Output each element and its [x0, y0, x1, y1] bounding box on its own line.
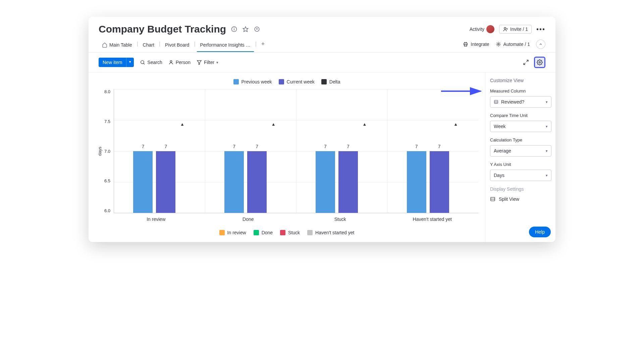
y-axis-label: days — [95, 134, 102, 168]
automate-button[interactable]: Automate / 1 — [495, 41, 530, 47]
automate-icon — [495, 41, 501, 47]
help-button[interactable]: Help — [529, 227, 551, 237]
bar-group-stuck: 7 7 ▲ — [297, 89, 388, 213]
bar-curr[interactable]: 7 — [430, 151, 449, 213]
activity-label: Activity — [470, 26, 484, 32]
add-tab-button[interactable]: + — [258, 41, 268, 52]
bar-curr[interactable]: 7 — [156, 151, 175, 213]
chevron-down-icon: ▾ — [216, 60, 218, 65]
svg-line-15 — [527, 60, 528, 62]
yaxis-unit-select[interactable]: Days ▾ — [490, 170, 551, 181]
legend-status: In review Done Stuck Haven't started yet — [95, 222, 478, 235]
customize-title: Customize View — [490, 78, 551, 83]
bar-group-havent-started: 7 7 ▲ — [387, 89, 478, 213]
board-card: Company Budget Tracking Activity Invite … — [89, 17, 555, 242]
delta-marker: ▲ — [361, 122, 368, 127]
chevron-down-icon: ▾ — [546, 100, 548, 104]
tabs-row: Main Table | Chart | Pivot Board | Perfo… — [89, 35, 555, 53]
svg-point-7 — [504, 27, 506, 29]
y-ticks: 8.0 7.5 7.0 6.5 6.0 — [102, 89, 114, 213]
tab-performance-insights[interactable]: Performance Insights … — [197, 40, 254, 52]
star-icon[interactable] — [242, 26, 249, 33]
calc-type-label: Calculation Type — [490, 137, 551, 142]
invite-label: Invite / 1 — [510, 26, 528, 32]
svg-line-16 — [524, 63, 525, 65]
svg-rect-19 — [494, 100, 498, 103]
more-menu-icon[interactable]: ••• — [536, 25, 545, 33]
invite-button[interactable]: Invite / 1 — [499, 25, 532, 34]
tab-main-table[interactable]: Main Table — [99, 40, 135, 52]
measured-column-label: Measured Column — [490, 88, 551, 94]
svg-point-2 — [234, 28, 234, 28]
board-title: Company Budget Tracking — [99, 23, 226, 35]
svg-point-13 — [170, 61, 172, 62]
swatch-curr — [279, 79, 284, 84]
avatar — [486, 25, 494, 33]
gear-icon — [537, 59, 543, 65]
search-button[interactable]: Search — [140, 60, 162, 65]
bar-group-done: 7 7 ▲ — [205, 89, 297, 213]
activity-link[interactable]: Activity — [470, 25, 494, 33]
fullscreen-button[interactable] — [521, 58, 531, 67]
legend-series: Previous week Current week Delta — [95, 77, 478, 89]
swatch-delta — [321, 79, 327, 84]
new-item-dropdown[interactable]: ▾ — [126, 58, 134, 67]
display-settings-label: Display Settings — [490, 186, 551, 192]
annotation-arrow — [441, 88, 485, 95]
bar-curr[interactable]: 7 — [247, 151, 267, 213]
yaxis-unit-label: Y Axis Unit — [490, 162, 551, 167]
settings-button[interactable] — [534, 57, 545, 68]
delta-marker: ▲ — [270, 122, 277, 127]
info-icon[interactable] — [231, 26, 237, 33]
bar-prev[interactable]: 7 — [224, 151, 244, 213]
x-axis-labels: In review Done Stuck Haven't started yet — [110, 213, 478, 222]
split-view-toggle[interactable]: Split View — [490, 196, 551, 202]
compare-time-label: Compare Time Unit — [490, 113, 551, 118]
collapse-button[interactable] — [536, 40, 545, 49]
calc-type-select[interactable]: Average ▾ — [490, 145, 551, 157]
measured-column-select[interactable]: Reviewed? ▾ — [490, 96, 551, 108]
bar-prev[interactable]: 7 — [133, 151, 153, 213]
chevron-down-icon: ▾ — [546, 124, 548, 129]
person-icon — [168, 60, 174, 65]
bar-curr[interactable]: 7 — [338, 151, 358, 213]
svg-point-17 — [539, 62, 541, 63]
bar-group-in-review: 7 7 ▲ — [114, 89, 205, 213]
new-item-button[interactable]: New item ▾ — [99, 58, 134, 67]
chart-area: Previous week Current week Delta days 8.… — [89, 72, 485, 242]
compare-time-select[interactable]: Week ▾ — [490, 121, 551, 132]
integrate-button[interactable]: Integrate — [463, 41, 489, 47]
filter-icon — [197, 60, 202, 65]
chevron-down-icon: ▾ — [546, 173, 548, 178]
tab-pivot-board[interactable]: Pivot Board — [162, 40, 193, 52]
delta-marker: ▲ — [179, 122, 185, 127]
chart-plot: 7 7 ▲ 7 7 ▲ 7 7 ▲ 7 — [114, 89, 478, 213]
customize-panel: Customize View Measured Column Reviewed?… — [485, 72, 555, 242]
integrate-icon — [463, 41, 469, 47]
chevron-up-icon — [539, 42, 543, 46]
column-icon — [494, 100, 498, 104]
delta-marker: ▲ — [452, 122, 459, 127]
bar-prev[interactable]: 7 — [407, 151, 426, 213]
home-icon — [102, 42, 107, 48]
bar-prev[interactable]: 7 — [316, 151, 335, 213]
swatch-prev — [233, 79, 239, 84]
svg-line-12 — [144, 63, 145, 64]
svg-point-11 — [141, 61, 144, 64]
svg-marker-3 — [243, 27, 248, 32]
header: Company Budget Tracking Activity Invite … — [89, 17, 555, 35]
expand-icon — [523, 59, 529, 65]
filter-button[interactable]: Filter ▾ — [197, 60, 218, 65]
svg-point-10 — [497, 44, 499, 45]
person-filter-button[interactable]: Person — [168, 60, 191, 65]
search-icon — [140, 60, 145, 65]
toolbar: New item ▾ Search Person Filter ▾ — [89, 53, 555, 72]
split-icon — [490, 196, 495, 202]
tab-chart[interactable]: Chart — [140, 40, 158, 52]
svg-marker-14 — [197, 61, 201, 65]
chat-icon[interactable] — [254, 26, 260, 33]
chevron-down-icon: ▾ — [546, 149, 548, 153]
